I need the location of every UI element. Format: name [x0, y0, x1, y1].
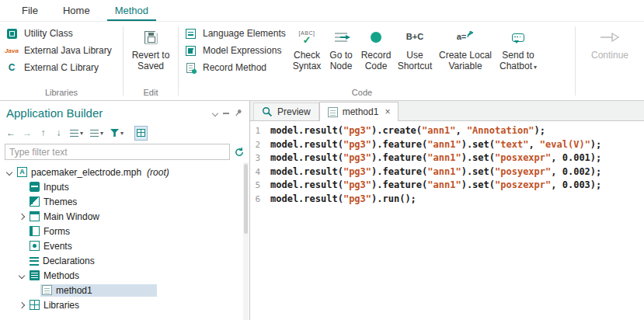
forward-button[interactable]: → — [20, 126, 34, 141]
themes-icon — [30, 197, 40, 207]
tree-chevron-right-icon[interactable] — [19, 213, 25, 219]
record-code-button[interactable]: Record Code — [357, 23, 395, 73]
tree-item-label: method1 — [56, 285, 92, 296]
filter-input[interactable] — [5, 144, 230, 160]
tree-item-root[interactable]: pacemaker_electrode.mph(root) — [0, 165, 249, 179]
move-up-button[interactable]: ↑ — [37, 126, 50, 141]
method-doc-icon — [42, 285, 52, 295]
code-text: model.result("pg3").run(); — [270, 193, 416, 207]
model-expressions-button[interactable]: Model Expressions — [183, 45, 289, 56]
revert-to-saved-button[interactable]: Revert to Saved — [128, 23, 173, 72]
tree-item-label: Events — [44, 241, 72, 252]
continue-button[interactable]: Continue — [583, 23, 637, 61]
tree-item-methods[interactable]: Methods — [0, 268, 249, 283]
tree-item-suffix: (root) — [147, 167, 169, 178]
send-to-chatbot-button[interactable]: Send to Chatbot▾ — [496, 23, 541, 73]
tab-home[interactable]: Home — [50, 0, 103, 21]
funnel-icon — [110, 129, 119, 137]
move-down-button[interactable]: ↓ — [52, 126, 65, 141]
tree-scrollbar-thumb[interactable] — [244, 164, 248, 234]
application-builder-header: Application Builder — [0, 101, 249, 122]
continue-group: Continue — [576, 22, 644, 100]
close-tab-icon[interactable]: × — [385, 106, 390, 117]
collapse-tree-button[interactable]: ▾ — [68, 126, 85, 141]
tree-item-forms[interactable]: Forms — [0, 224, 249, 238]
tree-item-inputs[interactable]: Inputs — [0, 179, 249, 194]
show-all-toggle-button[interactable] — [134, 126, 148, 141]
external-java-library-label: External Java Library — [24, 45, 112, 56]
libraries-group: Utility Class Java External Java Library… — [0, 22, 123, 100]
code-line[interactable]: 3model.result("pg3").feature("ann1").set… — [250, 151, 644, 165]
continue-arrow-icon — [600, 33, 620, 42]
go-to-node-label: Go to Node — [328, 50, 354, 72]
tree-lines-icon — [70, 130, 78, 137]
refresh-icon[interactable] — [234, 147, 245, 158]
record-code-icon — [371, 32, 381, 43]
tree-item-label: Main Window — [44, 211, 99, 222]
line-number[interactable]: 4 — [250, 165, 270, 179]
tree-item-label: Declarations — [43, 256, 95, 266]
back-button[interactable]: ← — [4, 126, 18, 141]
editor-tab-bar: Preview method1 × — [250, 101, 644, 121]
code-line[interactable]: 5model.result("pg3").feature("ann1").set… — [250, 179, 644, 193]
forms-icon — [30, 226, 40, 236]
filter-menu-button[interactable]: ▾ — [108, 126, 126, 141]
utility-class-button[interactable]: Utility Class — [5, 28, 118, 39]
tree-item-libraries[interactable]: Libraries — [0, 297, 249, 312]
code-editor-lines[interactable]: 1model.result("pg3").create("ann1", "Ann… — [250, 121, 644, 320]
tree-item-declarations[interactable]: Declarations — [0, 253, 249, 268]
tree-item-label: Themes — [44, 197, 77, 207]
create-local-variable-label: Create Local Variable — [438, 50, 493, 72]
method-editor: Preview method1 × 1model.result("pg3").c… — [250, 101, 644, 320]
code-text: model.result("pg3").feature("ann1").set(… — [270, 179, 601, 193]
external-java-library-button[interactable]: Java External Java Library — [5, 45, 118, 56]
code-text: model.result("pg3").feature("ann1").set(… — [270, 165, 601, 179]
code-line[interactable]: 4model.result("pg3").feature("ann1").set… — [250, 165, 644, 179]
code-line[interactable]: 2model.result("pg3").feature("ann1").set… — [250, 138, 644, 152]
ribbon-tab-row: File Home Method — [0, 0, 644, 22]
tree-chevron-right-icon[interactable] — [19, 301, 25, 308]
tab-method1[interactable]: method1 × — [319, 102, 399, 121]
code-line[interactable]: 1model.result("pg3").create("ann1", "Ann… — [250, 124, 644, 138]
utility-class-label: Utility Class — [24, 28, 73, 39]
tree-chevron-down-icon[interactable] — [6, 169, 12, 175]
external-c-library-button[interactable]: C External C Library — [5, 62, 118, 73]
expand-tree-button[interactable]: ▾ — [88, 126, 106, 141]
tree-scrollbar[interactable] — [243, 162, 249, 320]
java-icon: Java — [5, 47, 19, 54]
application-builder-toolbar: ← → ↑ ↓ ▾ ▾ ▾ — [0, 122, 249, 143]
line-number[interactable]: 1 — [250, 124, 270, 138]
tab-file[interactable]: File — [9, 0, 50, 21]
tree-chevron-down-icon[interactable] — [19, 272, 25, 278]
model-expressions-icon — [186, 46, 196, 56]
line-number[interactable]: 6 — [250, 193, 270, 207]
panel-minimize-icon[interactable] — [223, 113, 229, 114]
code-group-label: Code — [183, 86, 541, 100]
line-number[interactable]: 3 — [250, 151, 270, 165]
model-expressions-label: Model Expressions — [203, 45, 281, 56]
ribbon-body: Utility Class Java External Java Library… — [0, 22, 644, 100]
record-method-button[interactable]: Record Method — [183, 62, 289, 73]
check-syntax-label: Check Syntax — [292, 50, 322, 72]
use-shortcut-button[interactable]: B+C Use Shortcut — [395, 23, 435, 73]
revert-to-saved-label: Revert to Saved — [131, 50, 170, 72]
panel-menu-chevron-icon[interactable] — [212, 110, 218, 116]
language-elements-button[interactable]: Language Elements — [183, 28, 289, 39]
tree-item-themes[interactable]: Themes — [0, 194, 249, 209]
tree-item-method1[interactable]: method1 — [0, 283, 249, 297]
line-number[interactable]: 5 — [250, 179, 270, 193]
chevron-down-icon[interactable]: ▾ — [534, 64, 537, 71]
create-local-variable-button[interactable]: a= Create Local Variable — [435, 23, 496, 73]
go-to-node-button[interactable]: Go to Node — [325, 23, 357, 73]
tab-method[interactable]: Method — [103, 0, 161, 21]
tree-item-events[interactable]: Events — [0, 238, 249, 253]
tab-preview[interactable]: Preview — [253, 103, 319, 120]
check-syntax-button[interactable]: [ABC] ✓ Check Syntax — [289, 23, 325, 73]
panel-pin-icon[interactable] — [235, 109, 243, 117]
code-line[interactable]: 6model.result("pg3").run(); — [250, 193, 644, 207]
tree-item-label: Libraries — [44, 300, 79, 311]
line-number[interactable]: 2 — [250, 138, 270, 152]
record-code-label: Record Code — [360, 50, 392, 72]
tree-item-main-window[interactable]: Main Window — [0, 209, 249, 224]
utility-class-icon — [7, 29, 17, 39]
